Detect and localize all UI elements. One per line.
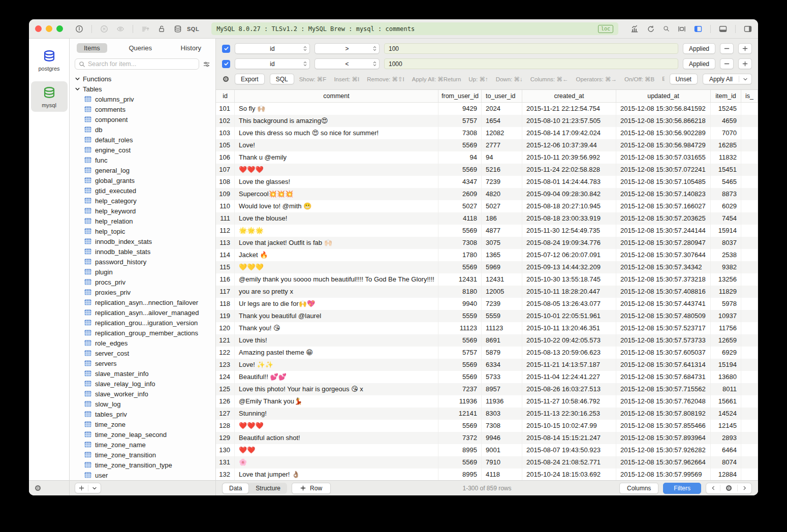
tables-section[interactable]: Tables — [70, 84, 215, 94]
cell-from_user_id[interactable]: 4347 — [438, 176, 482, 188]
sidebar-table-item[interactable]: time_zone_transition_type — [70, 460, 215, 470]
cell-updated_at[interactable]: 2015-12-08 15:30:57.443741 — [616, 298, 711, 310]
search-box[interactable] — [75, 58, 199, 70]
cell-updated_at[interactable]: 2015-12-08 15:30:57.605037 — [616, 347, 711, 359]
zoom-window-button[interactable] — [56, 25, 63, 32]
cell-created_at[interactable]: 2015-11-30 12:54:49.735 — [522, 225, 616, 237]
table-row[interactable]: 111Love the blouse!41181862015-08-18 23:… — [216, 212, 758, 225]
target-icon[interactable] — [75, 25, 83, 33]
column-header-to_user_id[interactable]: to_user_id — [482, 90, 522, 102]
cell-item_id[interactable]: 10937 — [711, 310, 741, 322]
cell-from_user_id[interactable]: 5569 — [438, 164, 482, 176]
cell-is_[interactable] — [741, 164, 758, 176]
cell-id[interactable]: 122 — [216, 347, 235, 359]
table-row[interactable]: 112🌟🌟🌟556948772015-11-30 12:54:49.735201… — [216, 225, 758, 237]
cell-item_id[interactable]: 15245 — [711, 103, 741, 115]
cell-comment[interactable]: Beautiful action shot! — [235, 432, 438, 444]
table-row[interactable]: 107❤️❤️❤️556952162015-11-24 22:02:58.828… — [216, 164, 758, 176]
cell-is_[interactable] — [741, 408, 758, 420]
cell-from_user_id[interactable]: 5569 — [438, 371, 482, 383]
cell-is_[interactable] — [741, 420, 758, 432]
cell-item_id[interactable]: 16285 — [711, 139, 741, 151]
table-row[interactable]: 109Supercool💥💥💥260948202015-09-04 09:28:… — [216, 188, 758, 200]
cell-is_[interactable] — [741, 298, 758, 310]
add-row-button[interactable]: Row — [292, 483, 331, 494]
sidebar-table-item[interactable]: gtid_executed — [70, 185, 215, 196]
cell-to_user_id[interactable]: 6334 — [482, 359, 522, 371]
cell-to_user_id[interactable]: 7239 — [482, 298, 522, 310]
cell-from_user_id[interactable]: 7308 — [438, 237, 482, 249]
previous-page-button[interactable] — [706, 485, 720, 491]
cell-is_[interactable] — [741, 432, 758, 444]
sql-editor-button[interactable]: SQL — [187, 26, 199, 32]
cell-item_id[interactable]: 12884 — [711, 468, 741, 480]
cell-item_id[interactable]: 15914 — [711, 225, 741, 237]
cell-is_[interactable] — [741, 456, 758, 468]
sidebar-table-item[interactable]: help_topic — [70, 226, 215, 236]
cell-item_id[interactable]: 2893 — [711, 432, 741, 444]
cell-comment[interactable]: @emily thank you soooo much beautiful!!!… — [235, 273, 438, 286]
cell-is_[interactable] — [741, 334, 758, 347]
cell-comment[interactable]: Supercool💥💥💥 — [235, 188, 438, 200]
grid-settings-gear-icon[interactable] — [720, 484, 737, 492]
cell-is_[interactable] — [741, 286, 758, 298]
refresh-icon[interactable] — [647, 25, 655, 33]
columns-button[interactable]: Columns — [619, 483, 658, 494]
table-row[interactable]: 108Love the glasses!434772392015-08-01 1… — [216, 176, 758, 188]
cell-is_[interactable] — [741, 273, 758, 286]
cell-item_id[interactable]: 2538 — [711, 249, 741, 261]
remove-filter-button[interactable] — [720, 58, 734, 69]
cell-is_[interactable] — [741, 115, 758, 127]
cell-updated_at[interactable]: 2015-12-08 15:30:57.280947 — [616, 237, 711, 249]
cell-created_at[interactable]: 2015-11-24 22:02:58.828 — [522, 164, 616, 176]
cell-comment[interactable]: Would love to! @mith 😬 — [235, 200, 438, 212]
sidebar-table-item[interactable]: time_zone — [70, 419, 215, 429]
cell-id[interactable]: 127 — [216, 408, 235, 420]
cell-to_user_id[interactable]: 4118 — [482, 468, 522, 480]
cell-comment[interactable]: ❤️❤️ — [235, 444, 438, 456]
sidebar-table-item[interactable]: global_grants — [70, 175, 215, 185]
cell-is_[interactable] — [741, 139, 758, 151]
cell-created_at[interactable]: 2015-10-22 09:42:05.573 — [522, 334, 616, 347]
cell-from_user_id[interactable]: 12431 — [438, 273, 482, 286]
cell-id[interactable]: 108 — [216, 176, 235, 188]
lock-icon[interactable] — [158, 25, 166, 33]
cell-created_at[interactable]: 2015-08-07 19:43:50.923 — [522, 444, 616, 456]
cell-id[interactable]: 130 — [216, 444, 235, 456]
table-row[interactable]: 115💛💛💛556959692015-09-13 14:44:32.209201… — [216, 261, 758, 273]
cell-item_id[interactable]: 14524 — [711, 408, 741, 420]
cell-to_user_id[interactable]: 7239 — [482, 176, 522, 188]
chart-icon[interactable] — [631, 25, 639, 33]
cell-from_user_id[interactable]: 5569 — [438, 261, 482, 273]
cell-created_at[interactable]: 2015-11-13 22:30:16.253 — [522, 408, 616, 420]
cell-comment[interactable]: 💛💛💛 — [235, 261, 438, 273]
cell-comment[interactable]: you are so pretty x — [235, 286, 438, 298]
cell-id[interactable]: 114 — [216, 249, 235, 261]
cell-created_at[interactable]: 2015-08-24 19:09:34.776 — [522, 237, 616, 249]
remove-filter-button[interactable] — [720, 43, 734, 54]
cell-is_[interactable] — [741, 249, 758, 261]
cell-to_user_id[interactable]: 9946 — [482, 432, 522, 444]
cell-is_[interactable] — [741, 322, 758, 334]
table-row[interactable]: 120Thank you! 😘11123111232015-10-11 13:2… — [216, 322, 758, 334]
filter-column-select[interactable]: id — [235, 58, 310, 69]
cell-comment[interactable]: @Emily Thank you💃 — [235, 395, 438, 408]
table-row[interactable]: 119Thank you beautiful @laurel5559555920… — [216, 310, 758, 322]
cell-comment[interactable]: Thank you beautiful @laurel — [235, 310, 438, 322]
cell-created_at[interactable]: 2015-12-06 10:37:39.44 — [522, 139, 616, 151]
table-row[interactable]: 127Stunning!1214183032015-11-13 22:30:16… — [216, 408, 758, 420]
cell-updated_at[interactable]: 2015-12-08 15:30:57.808192 — [616, 408, 711, 420]
cell-is_[interactable] — [741, 103, 758, 115]
cell-id[interactable]: 119 — [216, 310, 235, 322]
cell-comment[interactable]: Love this dress so much 😍 so nice for su… — [235, 127, 438, 139]
sidebar-table-item[interactable]: replication_asyn...ailover_managed — [70, 307, 215, 318]
cell-to_user_id[interactable]: 5216 — [482, 164, 522, 176]
applied-button[interactable]: Applied — [683, 43, 715, 54]
cell-from_user_id[interactable]: 5027 — [438, 200, 482, 212]
cell-updated_at[interactable]: 2015-12-08 15:30:57.523717 — [616, 322, 711, 334]
cell-is_[interactable] — [741, 188, 758, 200]
cell-updated_at[interactable]: 2015-12-08 15:30:57.166027 — [616, 200, 711, 212]
cell-updated_at[interactable]: 2015-12-08 15:30:57.962664 — [616, 456, 711, 468]
cell-is_[interactable] — [741, 371, 758, 383]
add-item-button[interactable] — [75, 485, 88, 491]
